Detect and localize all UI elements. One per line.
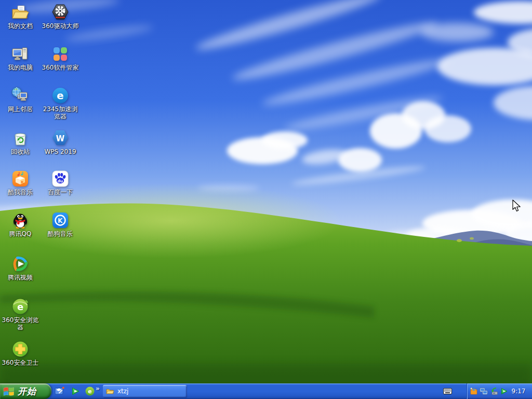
360-secure-browser-icon: e bbox=[11, 297, 30, 316]
desktop-icon-label: 我的电脑 bbox=[8, 64, 33, 72]
desktop-icon-label: 百度一下 bbox=[48, 189, 73, 196]
desktop-icon-network-places[interactable]: 网上邻居 bbox=[1, 86, 40, 113]
windows-xp-desktop[interactable]: 我的文档 360驱动大师 我的电脑 bbox=[0, 0, 532, 399]
system-tray: 9:17 bbox=[467, 383, 532, 399]
desktop-icon-recycle-bin[interactable]: 回收站 bbox=[1, 129, 40, 156]
desktop-icon-label: 回收站 bbox=[11, 149, 30, 156]
my-documents-icon bbox=[11, 3, 30, 22]
folder-icon bbox=[106, 388, 114, 395]
desktop-icon-tencent-qq[interactable]: 腾讯QQ bbox=[1, 211, 40, 238]
desktop-icon-kuwo-music[interactable]: K 酷我音乐 bbox=[1, 169, 40, 196]
desktop-icon-label: 2345加速浏览器 bbox=[41, 106, 80, 121]
svg-text:e: e bbox=[17, 301, 23, 312]
quick-launch-media-play-button[interactable] bbox=[70, 386, 81, 396]
desktop-icon-label: 酷我音乐 bbox=[8, 189, 33, 196]
kugou-music-icon: K bbox=[51, 211, 70, 230]
start-button[interactable]: 开始 bbox=[0, 383, 51, 399]
show-desktop-icon bbox=[55, 386, 65, 396]
show-desktop-button[interactable] bbox=[55, 386, 65, 396]
windows-logo-icon bbox=[3, 385, 15, 397]
desktop-icon-baidu[interactable]: du 百度一下 bbox=[41, 169, 80, 196]
svg-text:K: K bbox=[21, 180, 24, 184]
desktop-icon-label: 360安全卫士 bbox=[2, 360, 39, 367]
desktop-icon-2345-browser[interactable]: e 2345加速浏览器 bbox=[41, 86, 80, 121]
baidu-icon: du bbox=[51, 169, 70, 188]
desktop-icon-label: 360驱动大师 bbox=[42, 23, 79, 30]
network-places-icon bbox=[11, 86, 30, 105]
tray-safely-remove-hardware-icon[interactable] bbox=[490, 387, 498, 395]
quick-launch-overflow-chevron[interactable]: » bbox=[96, 385, 100, 392]
desktop-icon-360-secure-browser[interactable]: e 360安全浏览器 bbox=[1, 297, 40, 331]
desktop-icon-label: 网上邻居 bbox=[8, 106, 33, 113]
svg-text:e: e bbox=[57, 89, 64, 102]
desktop-icon-360-security-guard[interactable]: 360安全卫士 bbox=[1, 340, 40, 367]
taskbar-clock[interactable]: 9:17 bbox=[507, 383, 530, 399]
input-method-keyboard-icon[interactable] bbox=[443, 388, 452, 394]
desktop-icon-360-software-manager[interactable]: 360软件管家 bbox=[41, 45, 80, 72]
360-secure-browser-icon: e bbox=[85, 386, 95, 396]
desktop-icon-label: 360安全浏览器 bbox=[1, 317, 40, 331]
desktop-icon-label: WPS 2019 bbox=[44, 149, 76, 156]
tencent-video-icon bbox=[11, 255, 30, 273]
svg-text:e: e bbox=[88, 388, 91, 395]
desktop-icon-label: 酷狗音乐 bbox=[48, 231, 73, 238]
kuwo-music-icon: K bbox=[11, 169, 30, 188]
recycle-bin-icon bbox=[11, 129, 30, 148]
2345-browser-icon: e bbox=[51, 86, 70, 105]
media-play-icon bbox=[70, 386, 81, 396]
desktop-icon-label: 腾讯视频 bbox=[8, 274, 33, 282]
desktop-icon-label: 360软件管家 bbox=[42, 64, 79, 72]
360-security-guard-icon bbox=[11, 340, 30, 358]
wps-2019-icon: W bbox=[51, 129, 70, 148]
desktop-icon-label: 我的文档 bbox=[8, 23, 33, 30]
desktop-icon-tencent-video[interactable]: 腾讯视频 bbox=[1, 255, 40, 282]
quick-launch-360-browser-button[interactable]: e bbox=[85, 386, 95, 396]
360-driver-master-icon bbox=[51, 3, 70, 22]
tray-network-status-icon[interactable] bbox=[480, 387, 488, 395]
svg-text:W: W bbox=[56, 134, 65, 143]
desktop-icon-label: 腾讯QQ bbox=[9, 231, 32, 238]
svg-text:du: du bbox=[58, 179, 63, 183]
360-software-manager-icon bbox=[51, 45, 70, 63]
task-button-xtzj[interactable]: xtzj bbox=[103, 385, 187, 397]
desktop-icon-my-documents[interactable]: 我的文档 bbox=[1, 3, 40, 30]
quick-launch-bar: e » bbox=[54, 383, 102, 399]
my-computer-icon bbox=[11, 45, 30, 63]
taskbar: 开始 bbox=[0, 383, 532, 399]
svg-text:K: K bbox=[58, 217, 63, 224]
task-button-label: xtzj bbox=[117, 388, 128, 395]
tray-360-software-box-icon[interactable] bbox=[470, 387, 478, 395]
start-button-label: 开始 bbox=[18, 385, 36, 397]
desktop-icon-360-driver-master[interactable]: 360驱动大师 bbox=[41, 3, 80, 30]
desktop-icon-wps-2019[interactable]: W WPS 2019 bbox=[41, 129, 80, 156]
tencent-qq-icon bbox=[11, 211, 30, 230]
desktop-icon-kugou-music[interactable]: K 酷狗音乐 bbox=[41, 211, 80, 238]
desktop-icon-my-computer[interactable]: 我的电脑 bbox=[1, 45, 40, 72]
